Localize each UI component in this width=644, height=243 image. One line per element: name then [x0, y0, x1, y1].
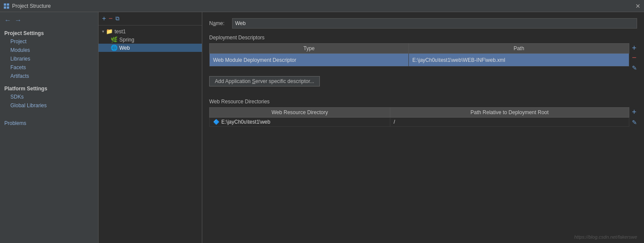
sidebar-nav: ← →	[0, 14, 98, 29]
sidebar-item-modules[interactable]: Modules	[0, 46, 98, 54]
platform-settings-header: Platform Settings	[0, 84, 98, 93]
tree-panel: + − ⧉ ▾ 📁 test1 🌿 Spring 🌐 Web	[99, 12, 202, 243]
tree-add-button[interactable]: +	[102, 15, 106, 22]
nav-back-button[interactable]: ←	[3, 16, 12, 25]
right-panel: Name: Deployment Descriptors Type Path	[202, 12, 644, 243]
folder-blue-icon: 🔷	[213, 119, 220, 125]
deployment-descriptors-title: Deployment Descriptors	[209, 35, 637, 41]
tree-toolbar: + − ⧉	[99, 12, 202, 26]
close-button[interactable]: ✕	[635, 3, 641, 9]
tree-node-test1[interactable]: ▾ 📁 test1	[99, 27, 202, 35]
sidebar-item-libraries-label: Libraries	[10, 56, 30, 62]
deployment-edit-button[interactable]: ✎	[632, 65, 637, 71]
sidebar-item-global-libraries[interactable]: Global Libraries	[0, 101, 98, 110]
web-resource-col-path: Path Relative to Deployment Root	[390, 108, 629, 118]
app-icon	[3, 3, 10, 9]
sidebar-item-project[interactable]: Project	[0, 37, 98, 46]
sidebar-item-artifacts[interactable]: Artifacts	[0, 72, 98, 80]
sidebar-item-problems[interactable]: Problems	[0, 118, 98, 128]
name-row: Name:	[209, 18, 637, 29]
deployment-table: Type Path Web Module Deployment Descript…	[209, 43, 629, 67]
tree-remove-button[interactable]: −	[108, 15, 112, 22]
deployment-row-type: Web Module Deployment Descriptor	[210, 54, 409, 67]
titlebar: Project Structure ✕	[0, 0, 644, 12]
sidebar-item-artifacts-label: Artifacts	[10, 73, 29, 79]
tree-node-spring[interactable]: 🌿 Spring	[99, 35, 202, 44]
spring-icon: 🌿	[111, 36, 118, 43]
web-resource-row-directory: 🔷 E:\jayCh0u\test1\web	[210, 118, 390, 127]
web-resource-table-header: Web Resource Directory Path Relative to …	[210, 108, 629, 118]
sidebar-item-global-libraries-label: Global Libraries	[10, 102, 47, 109]
deployment-row-path: E:\jayCh0u\test1\web\WEB-INF\web.xml	[409, 54, 629, 67]
deployment-table-header: Type Path	[210, 44, 629, 54]
nav-forward-button[interactable]: →	[14, 16, 22, 25]
sidebar-item-modules-label: Modules	[10, 47, 30, 53]
web-resource-edit-button[interactable]: ✎	[632, 119, 637, 125]
web-resource-add-button[interactable]: +	[632, 108, 637, 116]
deployment-table-body: Web Module Deployment Descriptor E:\jayC…	[210, 54, 629, 67]
deployment-table-header-row: Type Path	[210, 44, 629, 54]
web-resource-col-directory: Web Resource Directory	[210, 108, 390, 118]
sidebar-item-problems-label: Problems	[4, 120, 26, 126]
titlebar-left: Project Structure	[3, 3, 51, 9]
web-resource-table-wrapper: Web Resource Directory Path Relative to …	[209, 107, 637, 131]
web-resource-table: Web Resource Directory Path Relative to …	[209, 107, 629, 127]
watermark: https://blog.csdn.net/fakerswe	[574, 234, 637, 240]
web-resource-header-row: Web Resource Directory Path Relative to …	[210, 108, 629, 118]
folder-icon: 📁	[106, 28, 113, 35]
main-container: ← → Project Settings Project Modules Lib…	[0, 12, 644, 243]
add-descriptor-button[interactable]: Add Application Server specific descript…	[209, 76, 320, 86]
tree-node-web[interactable]: 🌐 Web	[99, 44, 202, 52]
tree-node-spring-label: Spring	[119, 37, 134, 43]
deployment-table-wrapper: Type Path Web Module Deployment Descript…	[209, 43, 637, 71]
sidebar-item-project-label: Project	[10, 38, 26, 45]
web-resource-title: Web Resource Directories	[209, 99, 637, 105]
tree-node-web-label: Web	[119, 45, 130, 51]
deployment-remove-button[interactable]: −	[632, 54, 637, 61]
name-label: Name:	[209, 20, 229, 26]
sidebar-item-sdks[interactable]: SDKs	[0, 93, 98, 101]
svg-rect-3	[7, 6, 9, 9]
right-panel-inner: Name: Deployment Descriptors Type Path	[202, 12, 644, 243]
web-resource-table-body: 🔷 E:\jayCh0u\test1\web /	[210, 118, 629, 127]
deployment-col-type: Type	[210, 44, 409, 54]
expand-icon: ▾	[102, 29, 104, 34]
project-settings-header: Project Settings	[0, 29, 98, 37]
sidebar-divider-2	[0, 110, 98, 113]
table-row[interactable]: Web Module Deployment Descriptor E:\jayC…	[210, 54, 629, 67]
sidebar-item-facets-label: Facets	[10, 64, 26, 70]
svg-rect-0	[4, 3, 6, 6]
web-icon: 🌐	[111, 45, 118, 51]
sidebar-item-sdks-label: SDKs	[10, 94, 24, 100]
sidebar-item-facets[interactable]: Facets	[0, 63, 98, 72]
add-descriptor-wrapper: Add Application Server specific descript…	[209, 76, 637, 93]
svg-rect-1	[7, 3, 9, 6]
sidebar: ← → Project Settings Project Modules Lib…	[0, 12, 99, 243]
tree-node-test1-label: test1	[115, 29, 126, 35]
sidebar-divider	[0, 80, 98, 84]
sidebar-item-libraries[interactable]: Libraries	[0, 54, 98, 63]
table-row[interactable]: 🔷 E:\jayCh0u\test1\web /	[210, 118, 629, 127]
web-resource-table-side-buttons: + ✎	[632, 107, 637, 131]
svg-rect-2	[4, 6, 6, 9]
deployment-table-side-buttons: + − ✎	[632, 43, 637, 71]
tree-copy-button[interactable]: ⧉	[115, 15, 119, 22]
titlebar-title: Project Structure	[12, 3, 51, 9]
deployment-col-path: Path	[409, 44, 629, 54]
web-resource-row-path: /	[390, 118, 629, 127]
tree-content: ▾ 📁 test1 🌿 Spring 🌐 Web	[99, 26, 202, 243]
name-input[interactable]	[232, 18, 637, 29]
deployment-add-button[interactable]: +	[632, 44, 637, 52]
